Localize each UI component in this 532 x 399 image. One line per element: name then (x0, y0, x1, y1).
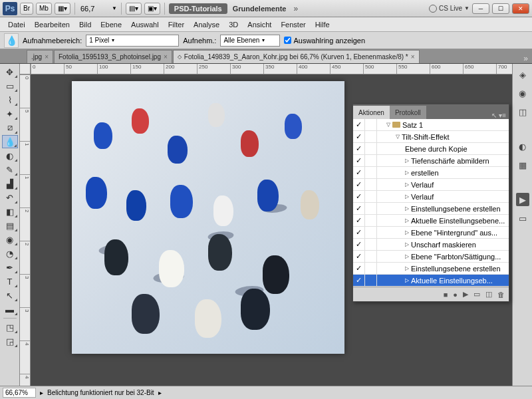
toggle-check[interactable]: ✓ (353, 143, 365, 154)
dialog-toggle[interactable] (365, 119, 377, 130)
lasso-tool[interactable]: ⌇ (2, 93, 18, 106)
action-row[interactable]: ✓▽Tilt-Shift-Effekt (353, 131, 509, 143)
more-workspaces-icon[interactable]: » (291, 4, 300, 13)
3d-tool[interactable]: ◳ (2, 321, 18, 334)
actions-panel-icon[interactable]: ▶ (516, 193, 529, 206)
eraser-tool[interactable]: ◧ (2, 205, 18, 218)
view-extras-button[interactable]: ▦▾ (55, 3, 70, 15)
status-zoom[interactable]: 66,67% (3, 388, 36, 398)
action-row[interactable]: ✓▷Einstellungsebene erstellen (353, 263, 509, 275)
stop-button[interactable]: ■ (444, 291, 448, 299)
dialog-toggle[interactable] (365, 179, 377, 190)
path-tool[interactable]: ↖ (2, 289, 18, 302)
action-row[interactable]: ✓▷Verlauf (353, 179, 509, 191)
workspace-label[interactable]: PSD-Tutorials (169, 3, 227, 14)
bridge-button[interactable]: Br (20, 3, 33, 15)
action-row[interactable]: ✓▷Einstellungsebene erstellen (353, 203, 509, 215)
toggle-check[interactable]: ✓ (353, 251, 365, 262)
gradient-tool[interactable]: ▤ (2, 219, 18, 232)
dialog-toggle[interactable] (365, 227, 377, 238)
menu-fenster[interactable]: Fenster (277, 19, 309, 31)
action-row[interactable]: ✓▷Ebene "Farbton/Sättigung... (353, 251, 509, 263)
close-tab-icon[interactable]: × (164, 53, 168, 61)
vertical-ruler[interactable]: 0511223344 (20, 74, 31, 386)
action-row[interactable]: ✓▽Satz 1 (353, 119, 509, 131)
document-tab[interactable]: .jpg× (27, 50, 53, 63)
toggle-check[interactable]: ✓ (353, 263, 365, 274)
action-row[interactable]: ✓Ebene durch Kopie (353, 143, 509, 155)
new-action-button[interactable]: ◫ (485, 290, 492, 299)
toggle-check[interactable]: ✓ (353, 203, 365, 214)
history-brush-tool[interactable]: ↶ (2, 191, 18, 204)
actions-tab[interactable]: Aktionen (353, 106, 390, 119)
menu-bild[interactable]: Bild (75, 19, 95, 31)
toggle-check[interactable]: ✓ (353, 179, 365, 190)
play-button[interactable]: ▶ (463, 290, 468, 299)
delete-button[interactable]: 🗑 (497, 291, 505, 299)
menu-hilfe[interactable]: Hilfe (311, 19, 334, 31)
dropdown-icon[interactable]: ▼ (112, 5, 117, 11)
menu-filter[interactable]: Filter (164, 19, 188, 31)
action-row[interactable]: ✓▷Unscharf maskieren (353, 239, 509, 251)
toggle-check[interactable]: ✓ (353, 119, 365, 130)
action-row[interactable]: ✓▷Aktuelle Einstellungseb... (353, 275, 509, 287)
toggle-check[interactable]: ✓ (353, 215, 365, 226)
panel-menu-icon[interactable]: ↖ ▾≡ (489, 112, 509, 119)
close-tab-icon[interactable]: × (45, 53, 49, 61)
screen-mode-button[interactable]: ▣▾ (144, 3, 160, 15)
actions-list[interactable]: ✓▽Satz 1✓▽Tilt-Shift-Effekt✓Ebene durch … (353, 119, 509, 287)
dialog-toggle[interactable] (365, 239, 377, 250)
dodge-tool[interactable]: ◔ (2, 247, 18, 260)
toggle-check[interactable]: ✓ (353, 131, 365, 142)
toggle-check[interactable]: ✓ (353, 227, 365, 238)
crop-tool[interactable]: ⧄ (2, 121, 18, 134)
status-info-icon[interactable]: ▸ (40, 389, 43, 396)
dialog-toggle[interactable] (365, 263, 377, 274)
paths-panel-icon[interactable]: ◫ (516, 105, 529, 118)
document-tab[interactable]: ◇Fotolia_149839_S_Aaron_Kohr.jpg bei 66,… (173, 50, 420, 63)
ruler-origin[interactable] (20, 64, 31, 74)
menu-analyse[interactable]: Analyse (190, 19, 223, 31)
eyedropper-tool-icon[interactable]: 💧 (4, 33, 19, 48)
action-row[interactable]: ✓▷erstellen (353, 167, 509, 179)
marquee-tool[interactable]: ▭ (2, 79, 18, 92)
toggle-check[interactable]: ✓ (353, 167, 365, 178)
action-row[interactable]: ✓▷Ebene "Hintergrund" aus... (353, 227, 509, 239)
layers-panel-icon[interactable]: ◈ (516, 68, 529, 81)
minimize-button[interactable]: ─ (472, 3, 489, 14)
menu-ebene[interactable]: Ebene (96, 19, 126, 31)
dialog-toggle[interactable] (365, 191, 377, 202)
dialog-toggle[interactable] (365, 251, 377, 262)
brush-tool[interactable]: ✎ (2, 163, 18, 176)
blur-tool[interactable]: ◉ (2, 233, 18, 246)
sample-dropdown[interactable]: Alle Ebenen (220, 35, 280, 47)
shape-tool[interactable]: ▬ (2, 303, 18, 316)
protocol-tab[interactable]: Protokoll (390, 106, 426, 119)
dialog-toggle[interactable] (365, 203, 377, 214)
close-tab-icon[interactable]: × (411, 53, 415, 61)
adjustments-panel-icon[interactable]: ◐ (516, 140, 529, 153)
toggle-check[interactable]: ✓ (353, 239, 365, 250)
workspace-name[interactable]: Grundelemente (230, 5, 289, 13)
dialog-toggle[interactable] (365, 167, 377, 178)
menu-ansicht[interactable]: Ansicht (243, 19, 275, 31)
menu-datei[interactable]: Datei (4, 19, 29, 31)
channels-panel-icon[interactable]: ◉ (516, 86, 529, 100)
3d-camera-tool[interactable]: ◲ (2, 334, 18, 348)
horizontal-ruler[interactable]: 0501001502002503003504004505005506006507… (31, 64, 512, 74)
close-button[interactable]: ✕ (512, 3, 529, 14)
status-dropdown-icon[interactable]: ▸ (158, 389, 162, 396)
document-tab[interactable]: Fotolia_1595193_S_photoinsel.jpg× (54, 50, 172, 63)
sampling-ring-checkbox[interactable]: Auswahlring anzeigen (284, 37, 365, 45)
action-row[interactable]: ✓▷Aktuelle Einstellungsebene... (353, 215, 509, 227)
record-button[interactable]: ● (453, 291, 458, 299)
checkbox-icon[interactable] (284, 37, 291, 44)
menu-auswahl[interactable]: Auswahl (127, 19, 163, 31)
dialog-toggle[interactable] (365, 143, 377, 154)
type-tool[interactable]: T (2, 275, 18, 288)
dialog-toggle[interactable] (365, 275, 377, 286)
arrange-button[interactable]: ▤▾ (126, 3, 142, 15)
cs-live-button[interactable]: CS Live▼ (429, 5, 469, 13)
more-tabs-icon[interactable]: » (519, 54, 532, 63)
pen-tool[interactable]: ✒ (2, 261, 18, 274)
